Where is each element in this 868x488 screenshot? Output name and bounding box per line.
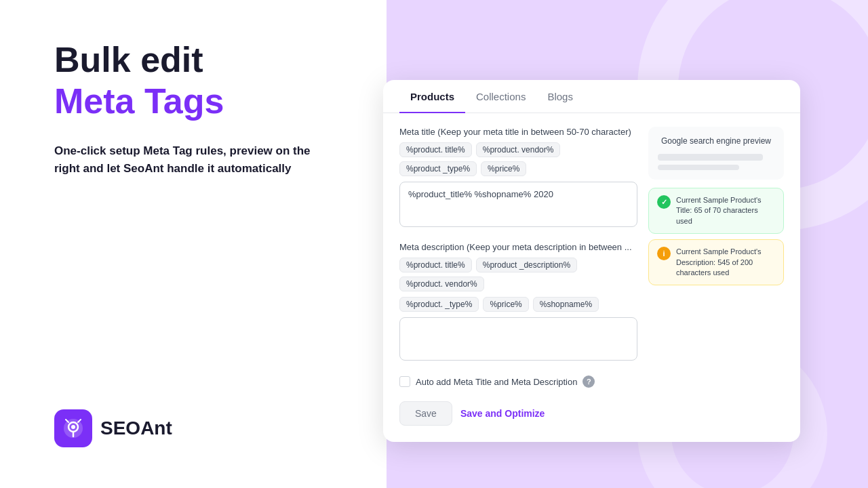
tabs-bar: Products Collections Blogs bbox=[383, 80, 800, 113]
preview-title: Google search engine preview bbox=[658, 136, 774, 146]
auto-add-checkbox[interactable] bbox=[399, 376, 410, 387]
notification-yellow-text: Current Sample Product's Description: 54… bbox=[676, 247, 775, 278]
preview-panel: Google search engine preview ✓ Current S… bbox=[648, 127, 784, 426]
meta-title-input[interactable] bbox=[399, 182, 637, 227]
notification-green-text: Current Sample Product's Title: 65 of 70… bbox=[676, 195, 775, 226]
tab-collections[interactable]: Collections bbox=[465, 80, 536, 113]
tag-desc-shopname[interactable]: %shopname% bbox=[533, 297, 599, 312]
tab-blogs[interactable]: Blogs bbox=[536, 80, 584, 113]
logo-text: SEOAnt bbox=[100, 418, 172, 439]
auto-add-label: Auto add Meta Title and Meta Description bbox=[416, 377, 577, 387]
meta-desc-tags-row2: %product. _type% %price% %shopname% bbox=[399, 297, 637, 312]
seoant-logo-icon bbox=[54, 409, 92, 447]
preview-line-1 bbox=[658, 154, 763, 161]
tag-product-title[interactable]: %product. title% bbox=[399, 142, 472, 157]
tag-desc-vendor[interactable]: %product. vendor% bbox=[399, 277, 484, 291]
meta-desc-tags-row1: %product. title% %product _description% … bbox=[399, 258, 637, 291]
tag-product-vendor[interactable]: %product. vendor% bbox=[476, 142, 561, 157]
tag-product-type[interactable]: %product _type% bbox=[399, 161, 477, 176]
buttons-row: Save Save and Optimize bbox=[399, 401, 637, 426]
card-body: Meta title (Keep your meta title in betw… bbox=[383, 113, 800, 442]
subtitle: One-click setup Meta Tag rules, preview … bbox=[54, 142, 332, 177]
heading-bulk: Bulk edit bbox=[54, 41, 332, 79]
svg-point-3 bbox=[71, 425, 75, 429]
tag-price[interactable]: %price% bbox=[481, 161, 526, 176]
notification-yellow: i Current Sample Product's Description: … bbox=[648, 239, 784, 285]
heading-meta: Meta Tags bbox=[54, 82, 332, 121]
notification-green: ✓ Current Sample Product's Title: 65 of … bbox=[648, 188, 784, 234]
check-icon: ✓ bbox=[657, 195, 671, 209]
meta-title-label: Meta title (Keep your meta title in betw… bbox=[399, 127, 637, 137]
main-card: Products Collections Blogs Meta title (K… bbox=[383, 80, 800, 442]
svg-line-4 bbox=[66, 420, 68, 422]
logo-area: SEOAnt bbox=[54, 409, 332, 447]
google-preview-box: Google search engine preview bbox=[648, 127, 784, 180]
save-button[interactable]: Save bbox=[399, 401, 452, 426]
meta-title-tags: %product. title% %product. vendor% %prod… bbox=[399, 142, 637, 176]
info-icon: i bbox=[657, 247, 671, 260]
preview-line-2 bbox=[658, 165, 739, 170]
meta-desc-input[interactable] bbox=[399, 317, 637, 361]
tab-products[interactable]: Products bbox=[399, 80, 465, 113]
tag-desc-price[interactable]: %price% bbox=[483, 297, 528, 312]
tag-desc-type[interactable]: %product. _type% bbox=[399, 297, 479, 312]
help-icon[interactable]: ? bbox=[583, 375, 595, 388]
left-panel: Bulk edit Meta Tags One-click setup Meta… bbox=[0, 0, 387, 488]
svg-line-5 bbox=[78, 420, 81, 422]
auto-add-row: Auto add Meta Title and Meta Description… bbox=[399, 375, 637, 388]
form-section: Meta title (Keep your meta title in betw… bbox=[399, 127, 637, 426]
meta-desc-label: Meta description (Keep your meta descrip… bbox=[399, 242, 637, 252]
tag-desc-description[interactable]: %product _description% bbox=[476, 258, 577, 272]
tag-desc-product-title[interactable]: %product. title% bbox=[399, 258, 472, 272]
save-optimize-button[interactable]: Save and Optimize bbox=[460, 408, 545, 419]
